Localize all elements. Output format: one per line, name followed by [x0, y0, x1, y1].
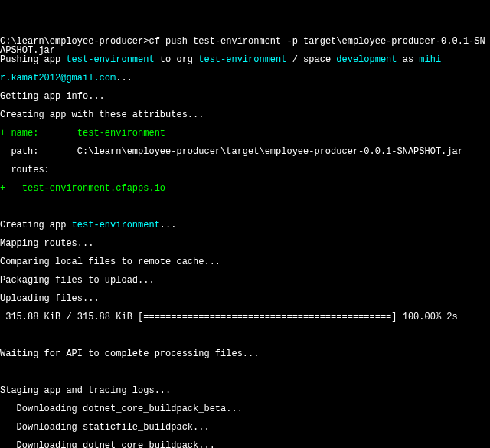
blank-line — [0, 368, 490, 377]
attr-path: path: C:\learn\employee-producer\target\… — [0, 147, 490, 156]
status-line: Staging app and tracing logs... — [0, 386, 490, 395]
blank-line — [0, 331, 490, 340]
app-name: test-environment — [66, 54, 154, 65]
user-name-cont: r.kamat2012@gmail.com — [0, 73, 116, 83]
blank-line — [0, 202, 490, 211]
attr-routes-label: routes: — [0, 165, 490, 175]
status-line: Packaging files to upload... — [0, 276, 490, 285]
progress-bar: 315.88 KiB / 315.88 KiB [===============… — [0, 312, 490, 322]
attr-name-label: + name: — [0, 128, 77, 139]
log-line: Downloading staticfile_buildpack... — [0, 423, 490, 432]
creating-app-name: test-environment — [72, 220, 160, 231]
log-line: Downloading dotnet_core_buildpack_beta..… — [0, 404, 490, 414]
status-line: Comparing local files to remote cache... — [0, 257, 490, 267]
log-line: Downloading dotnet_core_buildpack... — [0, 441, 490, 448]
terminal-output: C:\learn\employee-producer>cf push test-… — [0, 28, 490, 448]
user-name: mihi — [419, 54, 441, 65]
command-line: C:\learn\employee-producer>cf push test-… — [0, 37, 490, 46]
status-line: Waiting for API to complete processing f… — [0, 349, 490, 358]
push-text: Pushing app — [0, 54, 66, 65]
space-name: development — [336, 54, 397, 65]
creating-app-text: Creating app — [0, 220, 72, 231]
attr-name-value: test-environment — [77, 128, 165, 139]
route-value: test-environment.cfapps.io — [22, 183, 165, 194]
status-line: Creating app with these attributes... — [0, 110, 490, 119]
status-line: Getting app info... — [0, 92, 490, 101]
org-name: test-environment — [198, 54, 286, 65]
status-line: Mapping routes... — [0, 239, 490, 248]
status-line: Uploading files... — [0, 294, 490, 303]
route-prefix: + — [0, 183, 22, 194]
